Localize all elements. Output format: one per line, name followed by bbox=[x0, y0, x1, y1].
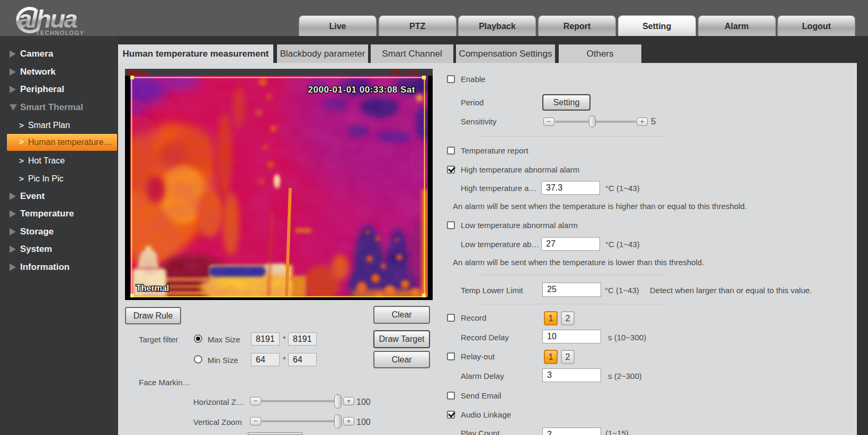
svg-text:2000-01-01 00:33:08 Sat: 2000-01-01 00:33:08 Sat bbox=[308, 85, 415, 95]
svg-text:Thermal: Thermal bbox=[136, 284, 169, 293]
svg-text:alhua: alhua bbox=[18, 5, 77, 33]
svg-text:TECHNOLOGY: TECHNOLOGY bbox=[36, 30, 85, 35]
